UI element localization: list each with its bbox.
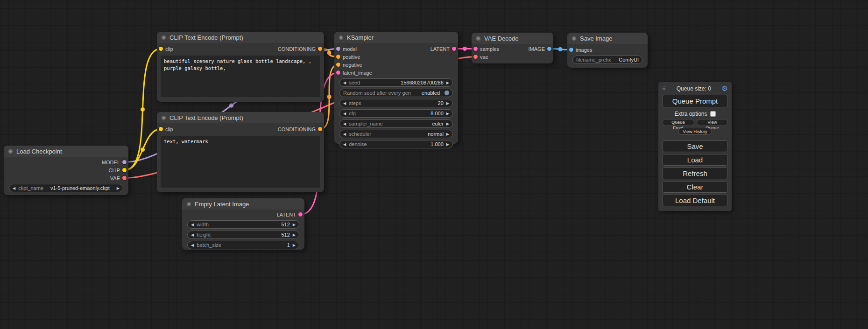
positive-prompt-textarea[interactable]: beautiful scenery nature glass bottle la…: [161, 56, 320, 97]
node-title: Empty Latent Image: [195, 201, 249, 208]
latent-image-input-port[interactable]: [336, 70, 340, 75]
load-button[interactable]: Load: [662, 154, 728, 166]
extra-options-checkbox[interactable]: [710, 111, 716, 117]
increase-arrow-icon[interactable]: ▶: [446, 142, 449, 147]
node-clip-text-encode-positive[interactable]: CLIP Text Encode (Prompt) clip CONDITION…: [157, 32, 324, 102]
node-title-bar[interactable]: KSampler: [334, 32, 458, 43]
decrease-arrow-icon[interactable]: ◀: [343, 132, 346, 136]
model-output-port[interactable]: [122, 160, 127, 164]
widget-label: width: [197, 222, 209, 227]
conditioning-output-port[interactable]: [318, 127, 322, 131]
model-input-port[interactable]: [336, 47, 340, 51]
width-widget[interactable]: ◀ width 512 ▶: [187, 220, 299, 229]
image-output-port[interactable]: [547, 47, 551, 51]
settings-gear-icon[interactable]: ⚙: [722, 84, 728, 93]
clip-input-port[interactable]: [159, 127, 163, 131]
collapse-dot[interactable]: [162, 35, 166, 40]
scheduler-widget[interactable]: ◀ scheduler normal ▶: [339, 130, 453, 138]
increase-arrow-icon[interactable]: ▶: [446, 101, 449, 105]
decrease-arrow-icon[interactable]: ◀: [343, 112, 346, 116]
node-title-bar[interactable]: CLIP Text Encode (Prompt): [157, 112, 324, 123]
denoise-widget[interactable]: ◀ denoise 1.000 ▶: [339, 140, 453, 148]
clear-button[interactable]: Clear: [662, 181, 728, 193]
drag-handle-icon[interactable]: ⠿: [662, 86, 666, 92]
steps-widget[interactable]: ◀ steps 20 ▶: [339, 99, 453, 107]
queue-prompt-button[interactable]: Queue Prompt: [662, 95, 728, 107]
increase-arrow-icon[interactable]: ▶: [446, 122, 449, 126]
view-history-button[interactable]: View History: [678, 128, 712, 135]
clip-output-port[interactable]: [122, 168, 127, 172]
seed-widget[interactable]: ◀ seed 156680208700286 ▶: [339, 78, 453, 87]
view-queue-button[interactable]: View Queue: [697, 119, 728, 126]
node-title-bar[interactable]: CLIP Text Encode (Prompt): [157, 32, 324, 43]
decrease-arrow-icon[interactable]: ◀: [343, 142, 346, 147]
decrease-arrow-icon[interactable]: ◀: [343, 81, 346, 85]
positive-input-port[interactable]: [336, 55, 340, 59]
random-seed-toggle[interactable]: Random seed after every gen enabled: [339, 89, 453, 97]
wire-midpoint-dot: [141, 147, 145, 152]
images-input-port[interactable]: [569, 48, 573, 52]
node-empty-latent-image[interactable]: Empty Latent Image LATENT ◀ width 512 ▶ …: [182, 198, 304, 250]
node-title-bar[interactable]: Empty Latent Image: [182, 198, 304, 210]
node-save-image[interactable]: Save Image images filename_prefix ComfyU…: [567, 33, 648, 68]
save-button[interactable]: Save: [662, 140, 728, 152]
output-slot-label: VAE: [110, 175, 120, 181]
node-title: Load Checkpoint: [16, 148, 62, 155]
collapse-dot[interactable]: [572, 36, 576, 41]
increase-arrow-icon[interactable]: ▶: [293, 233, 296, 237]
decrease-arrow-icon[interactable]: ◀: [13, 186, 15, 190]
node-clip-text-encode-negative[interactable]: CLIP Text Encode (Prompt) clip CONDITION…: [157, 112, 324, 192]
node-title-bar[interactable]: Save Image: [567, 33, 648, 44]
node-ksampler[interactable]: KSampler model LATENT positive negative: [334, 32, 458, 144]
widget-label: scheduler: [349, 131, 371, 137]
collapse-dot[interactable]: [187, 202, 191, 206]
node-title-bar[interactable]: VAE Decode: [472, 33, 553, 44]
increase-arrow-icon[interactable]: ▶: [446, 112, 449, 116]
widget-label: steps: [349, 100, 361, 106]
increase-arrow-icon[interactable]: ▶: [293, 243, 296, 247]
clip-input-port[interactable]: [159, 47, 163, 51]
increase-arrow-icon[interactable]: ▶: [446, 81, 449, 85]
samples-input-port[interactable]: [473, 47, 478, 51]
cfg-widget[interactable]: ◀ cfg 8.000 ▶: [339, 109, 453, 118]
collapse-dot[interactable]: [8, 149, 13, 154]
output-slot-label: LATENT: [277, 212, 296, 217]
negative-prompt-textarea[interactable]: text, watermark: [161, 136, 320, 188]
ckpt-name-widget[interactable]: ◀ ckpt_name v1-5-pruned-emaonly.ckpt ▶: [9, 184, 123, 192]
batch-size-widget[interactable]: ◀ batch_size 1 ▶: [187, 241, 299, 249]
wire-midpoint-dot: [229, 104, 233, 108]
height-widget[interactable]: ◀ height 512 ▶: [187, 231, 299, 239]
decrease-arrow-icon[interactable]: ◀: [191, 223, 194, 227]
increase-arrow-icon[interactable]: ▶: [446, 132, 449, 136]
output-slot-label: CONDITIONING: [278, 126, 316, 132]
vae-output-port[interactable]: [122, 176, 127, 180]
node-graph-canvas[interactable]: Load Checkpoint MODEL CLIP VAE ◀ ckpt_na…: [0, 0, 868, 329]
collapse-dot[interactable]: [162, 116, 166, 120]
node-load-checkpoint[interactable]: Load Checkpoint MODEL CLIP VAE ◀ ckpt_na…: [4, 146, 128, 195]
input-slot-label: clip: [165, 46, 173, 52]
latent-output-port[interactable]: [452, 47, 456, 51]
toggle-knob[interactable]: [445, 91, 449, 95]
widget-label: height: [197, 232, 211, 238]
decrease-arrow-icon[interactable]: ◀: [191, 243, 194, 247]
decrease-arrow-icon[interactable]: ◀: [343, 101, 346, 105]
sampler-name-widget[interactable]: ◀ sampler_name euler ▶: [339, 119, 453, 128]
load-default-button[interactable]: Load Default: [662, 195, 728, 206]
node-title-bar[interactable]: Load Checkpoint: [4, 146, 128, 157]
widget-value: 1.000: [430, 141, 444, 147]
increase-arrow-icon[interactable]: ▶: [293, 223, 296, 227]
filename-prefix-widget[interactable]: filename_prefix ComfyUI: [572, 56, 642, 64]
decrease-arrow-icon[interactable]: ◀: [191, 233, 194, 237]
node-vae-decode[interactable]: VAE Decode samples IMAGE vae: [472, 33, 553, 63]
refresh-button[interactable]: Refresh: [662, 168, 728, 179]
latent-output-port[interactable]: [298, 212, 303, 217]
widget-value: 8.000: [430, 111, 444, 116]
vae-input-port[interactable]: [473, 55, 478, 59]
decrease-arrow-icon[interactable]: ◀: [343, 122, 346, 126]
increase-arrow-icon[interactable]: ▶: [117, 186, 120, 190]
conditioning-output-port[interactable]: [318, 47, 322, 51]
collapse-dot[interactable]: [339, 35, 343, 40]
queue-front-button[interactable]: Queue Front: [662, 119, 694, 126]
collapse-dot[interactable]: [476, 36, 480, 41]
negative-input-port[interactable]: [336, 63, 340, 67]
